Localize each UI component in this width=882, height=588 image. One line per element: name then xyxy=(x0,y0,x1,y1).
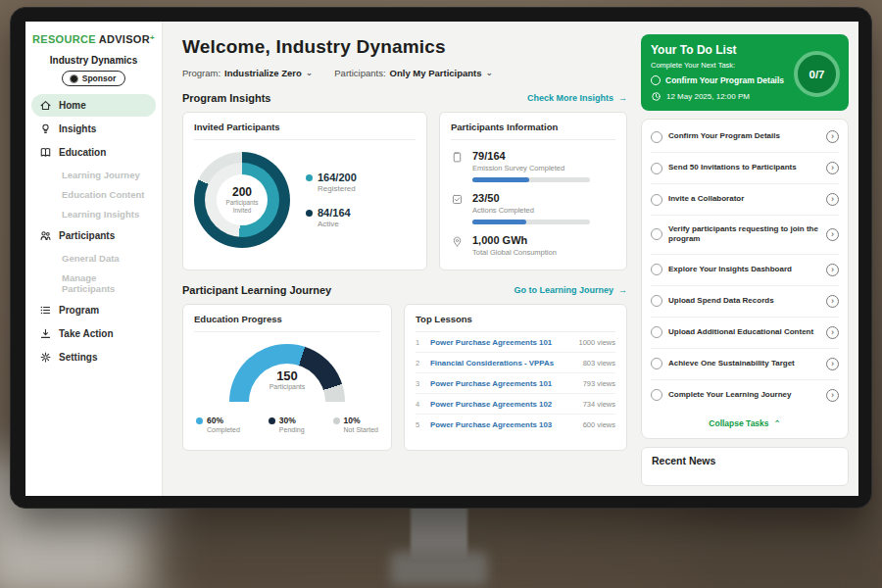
lesson-rank: 1 xyxy=(416,338,423,347)
task-row[interactable]: Complete Your Learning Journey › xyxy=(651,380,839,411)
task-open-button[interactable]: › xyxy=(826,193,839,206)
task-open-button[interactable]: › xyxy=(826,130,839,143)
insights-cards-row: Invited Participants 200 Participants In… xyxy=(182,112,627,270)
gear-icon xyxy=(39,351,52,364)
card-title: Top Lessons xyxy=(416,314,615,332)
chevron-right-icon: › xyxy=(831,297,834,306)
sidebar-item-take-action[interactable]: Take Action xyxy=(31,322,156,345)
program-filter-dropdown[interactable]: Program: Industrialize Zero ⌄ xyxy=(182,68,313,78)
sidebar-item-general-data[interactable]: General Data xyxy=(25,248,162,268)
sidebar-item-settings[interactable]: Settings xyxy=(31,346,156,368)
sidebar-item-learning-insights[interactable]: Learning Insights xyxy=(25,204,162,223)
task-open-button[interactable]: › xyxy=(826,228,839,241)
program-insights-header: Program Insights Check More Insights → xyxy=(182,92,627,104)
top-lessons-card: Top Lessons 1 Power Purchase Agreements … xyxy=(404,304,627,451)
task-row[interactable]: Upload Spend Data Records › xyxy=(651,286,839,318)
task-label: Invite a Collaborator xyxy=(668,194,820,204)
legend-dot-active xyxy=(306,210,313,217)
lesson-rank: 2 xyxy=(416,359,423,368)
legend-value: 10% xyxy=(344,416,361,425)
legend-label: Not Started xyxy=(344,426,378,433)
list-icon xyxy=(39,304,52,317)
check-more-insights-link[interactable]: Check More Insights → xyxy=(527,93,627,103)
education-progress-card: Education Progress 150 Participants 60% xyxy=(182,304,392,451)
donut-center-label: Participants Invited xyxy=(217,199,268,215)
sidebar-item-insights[interactable]: Insights xyxy=(31,118,156,140)
desk-shadow xyxy=(147,514,882,588)
lesson-views: 734 views xyxy=(583,400,615,409)
task-checkbox[interactable] xyxy=(651,295,662,307)
task-open-button[interactable]: › xyxy=(826,326,839,339)
sidebar-item-home[interactable]: Home xyxy=(31,94,156,117)
task-checkbox[interactable] xyxy=(651,264,662,275)
gauge-center: 150 Participants xyxy=(229,368,345,390)
clock-icon xyxy=(651,91,662,102)
lesson-row[interactable]: 1 Power Purchase Agreements 101 1000 vie… xyxy=(416,332,615,353)
task-row[interactable]: Upload Additional Educational Content › xyxy=(651,318,839,349)
task-open-button[interactable]: › xyxy=(826,295,839,308)
task-open-button[interactable]: › xyxy=(826,264,839,276)
task-label: Confirm Your Program Details xyxy=(668,131,820,141)
task-row[interactable]: Achieve One Sustainability Target › xyxy=(651,349,839,380)
info-row-survey: 79/164 Emission Survey Completed xyxy=(451,140,615,182)
sidebar-item-participants[interactable]: Participants xyxy=(31,224,156,247)
go-to-learning-journey-link[interactable]: Go to Learning Journey → xyxy=(514,285,627,295)
arrow-right-icon: → xyxy=(618,285,627,295)
task-checkbox[interactable] xyxy=(651,194,662,206)
collapse-tasks-button[interactable]: Collapse Tasks ⌃ xyxy=(651,411,839,436)
lesson-link[interactable]: Financial Considerations - VPPAs xyxy=(430,359,576,368)
sidebar-nav: Home Insights Education Learning Journey… xyxy=(25,94,162,368)
task-checkbox[interactable] xyxy=(651,326,662,338)
task-checkbox[interactable] xyxy=(651,75,661,85)
lesson-rank: 4 xyxy=(416,400,423,409)
task-row[interactable]: Explore Your Insights Dashboard › xyxy=(651,255,839,286)
lesson-link[interactable]: Power Purchase Agreements 101 xyxy=(430,338,571,347)
info-row-actions: 23/50 Actions Completed xyxy=(451,182,615,224)
lesson-row[interactable]: 4 Power Purchase Agreements 102 734 view… xyxy=(416,394,615,415)
task-row[interactable]: Verify participants requesting to join t… xyxy=(651,216,839,255)
sidebar-item-manage-participants[interactable]: Manage Participants xyxy=(25,268,162,298)
participants-filter-value: Only My Participants xyxy=(390,68,482,78)
lesson-link[interactable]: Power Purchase Agreements 101 xyxy=(430,379,576,388)
participants-filter-dropdown[interactable]: Participants: Only My Participants ⌄ xyxy=(334,68,493,78)
task-row[interactable]: Send 50 Invitations to Participants › xyxy=(651,153,839,184)
lesson-link[interactable]: Power Purchase Agreements 103 xyxy=(430,420,576,429)
task-open-button[interactable]: › xyxy=(826,162,839,174)
metric-value: 23/50 xyxy=(472,192,590,204)
task-row[interactable]: Invite a Collaborator › xyxy=(651,184,839,216)
chevron-down-icon: ⌄ xyxy=(306,69,314,77)
home-icon xyxy=(39,99,52,112)
lesson-views: 600 views xyxy=(583,420,615,429)
app-logo: RESOURCE ADVISOR+ xyxy=(25,33,162,45)
sidebar-item-education-content[interactable]: Education Content xyxy=(25,184,162,204)
app-window: RESOURCE ADVISOR+ Industry Dynamics Spon… xyxy=(25,22,858,496)
section-title: Program Insights xyxy=(182,92,270,104)
monitor-stand-base xyxy=(390,551,488,586)
lesson-link[interactable]: Power Purchase Agreements 102 xyxy=(430,400,576,409)
lesson-row[interactable]: 2 Financial Considerations - VPPAs 803 v… xyxy=(416,353,615,373)
legend-label: Completed xyxy=(207,426,240,433)
task-row[interactable]: Confirm Your Program Details › xyxy=(651,122,839,153)
sidebar-item-label: Participants xyxy=(59,230,115,241)
task-open-button[interactable]: › xyxy=(826,358,839,370)
sidebar-item-label: Take Action xyxy=(59,328,114,339)
task-checkbox[interactable] xyxy=(651,389,662,401)
lightbulb-icon xyxy=(39,122,52,135)
task-checkbox[interactable] xyxy=(651,131,662,143)
sponsor-icon xyxy=(70,74,78,83)
sidebar-item-education[interactable]: Education xyxy=(31,141,156,164)
task-checkbox[interactable] xyxy=(651,358,662,369)
task-checkbox[interactable] xyxy=(651,228,662,240)
task-open-button[interactable]: › xyxy=(826,389,839,402)
metric-value: 79/164 xyxy=(472,150,590,162)
lesson-row[interactable]: 5 Power Purchase Agreements 103 600 view… xyxy=(416,415,615,434)
sidebar-item-learning-journey[interactable]: Learning Journey xyxy=(25,165,162,184)
sidebar-item-program[interactable]: Program xyxy=(31,299,156,321)
progress-fill xyxy=(472,220,526,224)
clipboard-icon xyxy=(451,151,464,164)
legend-item: 164/200 Registered xyxy=(306,172,357,193)
task-label: Send 50 Invitations to Participants xyxy=(668,163,820,172)
chevron-right-icon: › xyxy=(831,164,834,172)
lesson-row[interactable]: 3 Power Purchase Agreements 101 793 view… xyxy=(416,373,615,394)
task-checkbox[interactable] xyxy=(651,163,662,174)
